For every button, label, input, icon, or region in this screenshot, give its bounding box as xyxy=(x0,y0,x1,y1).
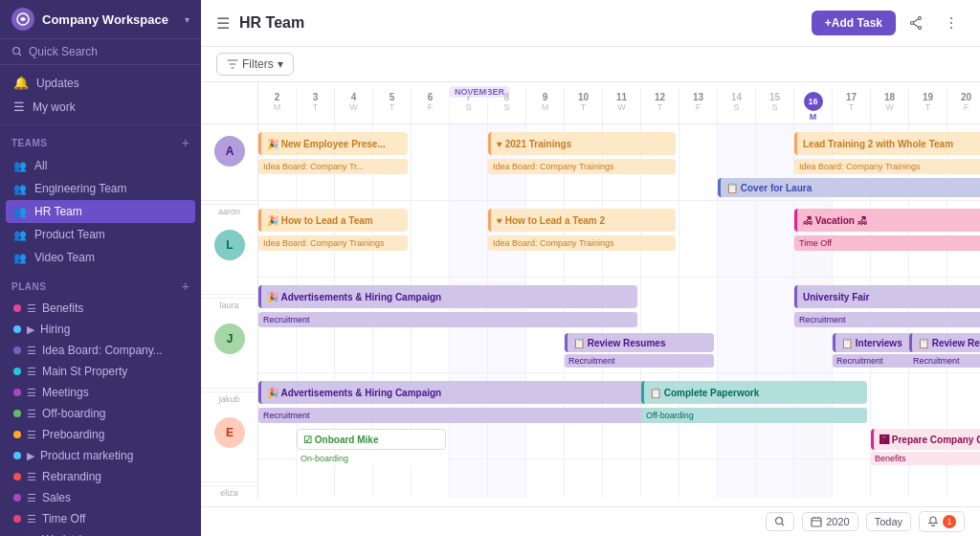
status-bar: 2020 Today 1 xyxy=(201,506,980,536)
filter-button[interactable]: Filters ▾ xyxy=(216,53,294,76)
sidebar-item-video[interactable]: 👥 Video Team xyxy=(0,246,201,269)
bar-university-fair[interactable]: University Fair xyxy=(794,285,980,308)
bar-review-resumes2[interactable]: 📋 Review Resumes xyxy=(909,333,980,352)
workspace-name: Company Workspace xyxy=(42,12,177,27)
sidebar-plan-9[interactable]: ☰Sales xyxy=(0,487,201,508)
gantt-timeline: NOVEMBER 2M3T4W5T6F7S8S9M10T11W12T13F14S… xyxy=(258,82,980,500)
team-product-icon: 👥 xyxy=(13,229,27,241)
notification-button[interactable]: 1 xyxy=(919,511,965,532)
bar-vacation[interactable]: 🏖 Vacation 🏖 xyxy=(794,209,980,232)
bar-cover-laura[interactable]: 📋 Cover for Laura xyxy=(718,178,980,197)
bar-new-employee[interactable]: 🎉 New Employee Prese... xyxy=(258,132,408,155)
sidebar-nav: 🔔 Updates ☰ My work xyxy=(0,65,201,125)
search-label: Quick Search xyxy=(29,45,98,58)
sidebar-plan-1[interactable]: ▶Hiring xyxy=(0,319,201,340)
day-header-6: 8S xyxy=(488,88,526,123)
day-header-1: 3T xyxy=(297,88,335,123)
nav-mywork-label: My work xyxy=(33,100,76,114)
avatar-laura: L xyxy=(201,218,258,295)
bar-lead-training[interactable]: Lead Training 2 with Whole Team xyxy=(794,132,980,155)
sidebar-plan-11[interactable]: ☰Work trips xyxy=(0,529,201,536)
sidebar-item-product[interactable]: 👥 Product Team xyxy=(0,223,201,246)
add-plan-button[interactable]: + xyxy=(182,279,189,294)
more-options-button[interactable] xyxy=(938,10,965,36)
bar-review-resumes-jakub[interactable]: 📋 Review Resumes xyxy=(565,333,714,352)
list-icon: ☰ xyxy=(13,100,25,114)
day-header-10: 12T xyxy=(641,88,679,123)
cell-cols-extra-3 xyxy=(373,459,412,498)
sidebar-plan-3[interactable]: ☰Main St Property xyxy=(0,361,201,382)
plan-dot-2 xyxy=(13,346,21,354)
cell-cols-row0-4 xyxy=(412,124,450,200)
quick-search[interactable]: Quick Search xyxy=(0,39,201,65)
day-header-17: 19T xyxy=(909,88,947,123)
plans-section-label: PLANS xyxy=(11,281,46,292)
bar-complete-paperwork[interactable]: 📋 Complete Paperwork xyxy=(641,381,867,404)
gantt-container[interactable]: A aaron L laura J jakub E eliza xyxy=(201,82,980,506)
cell-cols-row0-5 xyxy=(450,124,488,200)
cell-cols-extra-11 xyxy=(679,459,718,498)
bar-how-to-lead-2[interactable]: ♥ How to Lead a Team 2 xyxy=(488,209,676,232)
today-label: Today xyxy=(875,516,902,527)
sidebar-plan-4[interactable]: ☰Meetings xyxy=(0,382,201,403)
bar-ads-jakub[interactable]: 🎉 Advertisements & Hiring Campaign xyxy=(258,285,637,308)
bar-2021-trainings[interactable]: ♥ 2021 Trainings xyxy=(488,132,676,155)
plan-dot-9 xyxy=(13,494,21,502)
day-header-9: 11W xyxy=(603,88,641,123)
nav-updates-label: Updates xyxy=(36,77,79,90)
cell-cols-extra-8 xyxy=(565,459,603,498)
bar-onboard-mike[interactable]: ☑ Onboard Mike xyxy=(297,429,446,450)
day-header-8: 10T xyxy=(565,88,603,123)
avatar-jakub-name: jakub xyxy=(201,392,257,406)
svg-point-5 xyxy=(950,17,952,19)
sidebar-plan-6[interactable]: ☰Preboarding xyxy=(0,424,201,445)
avatar-aaron-name: aaron xyxy=(201,205,257,218)
sidebar-item-updates[interactable]: 🔔 Updates xyxy=(0,71,201,95)
bar-ads-eliza[interactable]: 🎉 Advertisements & Hiring Campaign xyxy=(258,381,676,404)
sidebar-plan-0[interactable]: ☰Benefits xyxy=(0,298,201,319)
sidebar-plan-7[interactable]: ▶Product marketing xyxy=(0,445,201,466)
sidebar-plan-2[interactable]: ☰Idea Board: Company... xyxy=(0,340,201,361)
sidebar-item-engineering[interactable]: 👥 Engineering Team xyxy=(0,177,201,200)
sidebar-item-mywork[interactable]: ☰ My work xyxy=(0,95,201,119)
cell-cols-extra-4 xyxy=(412,459,450,498)
cell-cols-extra-14 xyxy=(794,459,833,498)
day-header-14: 16M xyxy=(794,88,833,123)
sidebar-plan-10[interactable]: ☰Time Off xyxy=(0,508,201,529)
cell-cols-extra-6 xyxy=(488,459,526,498)
header-left: ☰ HR Team xyxy=(216,14,304,33)
cell-cols-extra-7 xyxy=(526,459,565,498)
sidebar: Company Workspace ▾ Quick Search 🔔 Updat… xyxy=(0,0,201,536)
workspace-chevron-icon: ▾ xyxy=(185,14,189,25)
sidebar-plan-5[interactable]: ☰Off-boarding xyxy=(0,403,201,424)
cell-cols-extra-2 xyxy=(335,459,373,498)
cell-cols-extra-1 xyxy=(297,459,335,498)
cell-cols-extra-13 xyxy=(756,459,794,498)
avatar-eliza-name: eliza xyxy=(201,486,257,500)
page-title: HR Team xyxy=(239,14,304,32)
cell-cols-row0-11 xyxy=(679,124,718,200)
sidebar-header[interactable]: Company Workspace ▾ xyxy=(0,0,201,39)
bar-how-to-lead-sub: Idea Board: Company Trainings xyxy=(258,235,408,251)
share-button[interactable] xyxy=(903,10,930,36)
plan-dot-8 xyxy=(13,473,21,480)
day-header-18: 20F xyxy=(947,88,980,123)
sidebar-plan-8[interactable]: ☰Rebranding xyxy=(0,466,201,487)
main-header: ☰ HR Team +Add Task xyxy=(201,0,980,47)
team-all-label: All xyxy=(34,159,47,172)
day-header-7: 9M xyxy=(526,88,565,123)
bar-gym-memberships[interactable]: 🅿 Prepare Company Gym Memberships xyxy=(871,429,980,450)
bar-how-to-lead[interactable]: 🎉 How to Lead a Team xyxy=(258,209,408,232)
cell-cols-row2-13 xyxy=(756,278,794,372)
sidebar-item-all[interactable]: 👥 All xyxy=(0,154,201,177)
calendar-year-button[interactable]: 2020 xyxy=(802,512,858,531)
zoom-search-button[interactable] xyxy=(766,512,794,531)
today-button[interactable]: Today xyxy=(866,512,911,531)
year-label: 2020 xyxy=(826,516,849,527)
add-task-button[interactable]: +Add Task xyxy=(812,11,896,35)
sidebar-item-hr[interactable]: 👥 HR Team xyxy=(6,200,195,223)
hamburger-icon[interactable]: ☰ xyxy=(216,14,230,33)
add-team-button[interactable]: + xyxy=(182,135,189,150)
svg-point-1 xyxy=(13,48,20,55)
bar-new-employee-sub: Idea Board: Company Tr... xyxy=(258,159,408,174)
